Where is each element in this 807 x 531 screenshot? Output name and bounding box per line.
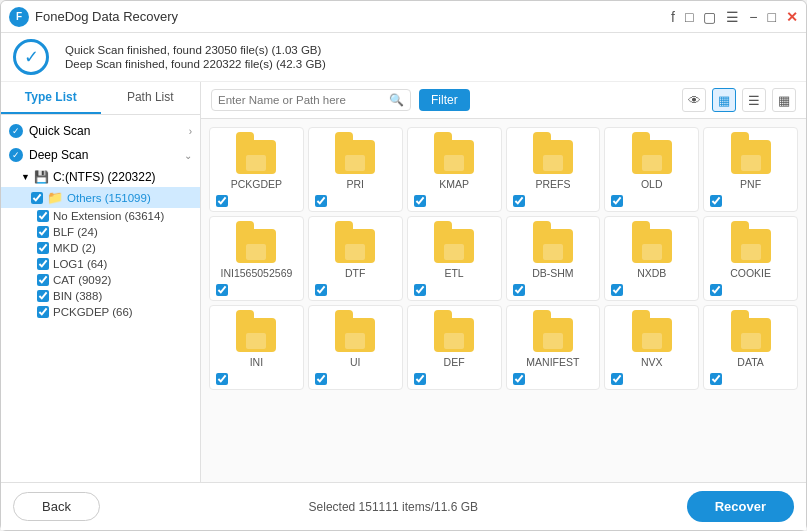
list-item[interactable]: No Extension (63614): [1, 208, 200, 224]
file-label: INI: [250, 356, 263, 370]
tab-bar: Type List Path List: [1, 82, 200, 115]
file-checkbox[interactable]: [513, 195, 525, 207]
tab-type-list[interactable]: Type List: [1, 82, 101, 114]
file-folder-icon: [236, 223, 276, 263]
cat-checkbox[interactable]: [37, 274, 49, 286]
file-checkbox[interactable]: [611, 284, 623, 296]
file-checkbox[interactable]: [216, 195, 228, 207]
preview-icon[interactable]: 👁: [682, 88, 706, 112]
file-item[interactable]: KMAP: [407, 127, 502, 212]
blf-label: BLF (24): [53, 226, 98, 238]
file-checkbox[interactable]: [513, 284, 525, 296]
search-input[interactable]: [218, 94, 389, 106]
expand-arrow: ▼: [21, 172, 30, 182]
file-checkbox[interactable]: [216, 373, 228, 385]
title-bar-controls: f □ ▢ ☰ − □ ✕: [671, 9, 798, 25]
file-checkbox[interactable]: [216, 284, 228, 296]
file-folder-icon: [731, 134, 771, 174]
file-folder-icon: [731, 312, 771, 352]
file-folder-icon: [434, 223, 474, 263]
file-item[interactable]: COOKIE: [703, 216, 798, 301]
list-view-icon[interactable]: ☰: [742, 88, 766, 112]
file-checkbox[interactable]: [414, 284, 426, 296]
file-item[interactable]: OLD: [604, 127, 699, 212]
file-label: PNF: [740, 178, 761, 192]
list-item[interactable]: LOG1 (64): [1, 256, 200, 272]
list-item[interactable]: MKD (2): [1, 240, 200, 256]
file-label: ETL: [444, 267, 463, 281]
recover-button[interactable]: Recover: [687, 491, 794, 522]
drive-item[interactable]: ▼ 💾 C:(NTFS) (220322): [1, 167, 200, 187]
list-item[interactable]: CAT (9092): [1, 272, 200, 288]
deep-scan-item[interactable]: ✓ Deep Scan ⌄: [1, 143, 200, 167]
others-folder-item[interactable]: 📁 Others (151099): [1, 187, 200, 208]
quick-scan-item[interactable]: ✓ Quick Scan ›: [1, 119, 200, 143]
file-checkbox[interactable]: [710, 373, 722, 385]
close-icon[interactable]: ✕: [786, 9, 798, 25]
menu-icon[interactable]: ☰: [726, 9, 739, 25]
tab-path-list[interactable]: Path List: [101, 82, 201, 114]
check-circle-icon: ✓: [13, 39, 49, 75]
message-icon[interactable]: □: [685, 9, 693, 25]
file-item[interactable]: DATA: [703, 305, 798, 390]
facebook-icon[interactable]: f: [671, 9, 675, 25]
log1-checkbox[interactable]: [37, 258, 49, 270]
file-item[interactable]: DB-SHM: [506, 216, 601, 301]
toolbar: 🔍 Filter 👁 ▦ ☰ ▦: [201, 82, 806, 119]
file-item[interactable]: DEF: [407, 305, 502, 390]
list-item[interactable]: PCKGDEP (66): [1, 304, 200, 320]
file-label: UI: [350, 356, 361, 370]
file-folder-icon: [731, 223, 771, 263]
file-item[interactable]: INI: [209, 305, 304, 390]
cat-label: CAT (9092): [53, 274, 111, 286]
search-box: 🔍: [211, 89, 411, 111]
file-checkbox[interactable]: [710, 195, 722, 207]
file-item[interactable]: DTF: [308, 216, 403, 301]
pckgdep-checkbox[interactable]: [37, 306, 49, 318]
filter-button[interactable]: Filter: [419, 89, 470, 111]
selected-info: Selected 151111 items/11.6 GB: [309, 500, 478, 514]
file-checkbox[interactable]: [315, 195, 327, 207]
file-folder-icon: [335, 134, 375, 174]
file-checkbox[interactable]: [414, 373, 426, 385]
file-checkbox[interactable]: [315, 284, 327, 296]
file-item[interactable]: NXDB: [604, 216, 699, 301]
file-folder-icon: [236, 134, 276, 174]
status-texts: Quick Scan finished, found 23050 file(s)…: [65, 44, 326, 70]
file-label: PCKGDEP: [231, 178, 282, 192]
file-item[interactable]: PREFS: [506, 127, 601, 212]
deep-scan-label: Deep Scan: [29, 148, 88, 162]
others-checkbox[interactable]: [31, 192, 43, 204]
file-label: DB-SHM: [532, 267, 573, 281]
file-item[interactable]: INI1565052569: [209, 216, 304, 301]
image-icon[interactable]: ▢: [703, 9, 716, 25]
file-checkbox[interactable]: [513, 373, 525, 385]
file-checkbox[interactable]: [611, 195, 623, 207]
no-ext-checkbox[interactable]: [37, 210, 49, 222]
file-item[interactable]: PCKGDEP: [209, 127, 304, 212]
file-item[interactable]: ETL: [407, 216, 502, 301]
search-icon: 🔍: [389, 93, 404, 107]
list-item[interactable]: BLF (24): [1, 224, 200, 240]
file-item[interactable]: UI: [308, 305, 403, 390]
file-item[interactable]: NVX: [604, 305, 699, 390]
file-checkbox[interactable]: [315, 373, 327, 385]
drive-label: C:(NTFS) (220322): [53, 170, 156, 184]
file-checkbox[interactable]: [710, 284, 722, 296]
file-item[interactable]: PRI: [308, 127, 403, 212]
maximize-icon[interactable]: □: [768, 9, 776, 25]
back-button[interactable]: Back: [13, 492, 100, 521]
file-checkbox[interactable]: [611, 373, 623, 385]
bin-checkbox[interactable]: [37, 290, 49, 302]
file-item[interactable]: MANIFEST: [506, 305, 601, 390]
app-logo: F: [9, 7, 29, 27]
file-label: COOKIE: [730, 267, 771, 281]
file-item[interactable]: PNF: [703, 127, 798, 212]
grid-view-icon[interactable]: ▦: [712, 88, 736, 112]
mkd-checkbox[interactable]: [37, 242, 49, 254]
list-item[interactable]: BIN (388): [1, 288, 200, 304]
minimize-icon[interactable]: −: [749, 9, 757, 25]
file-checkbox[interactable]: [414, 195, 426, 207]
detail-view-icon[interactable]: ▦: [772, 88, 796, 112]
blf-checkbox[interactable]: [37, 226, 49, 238]
